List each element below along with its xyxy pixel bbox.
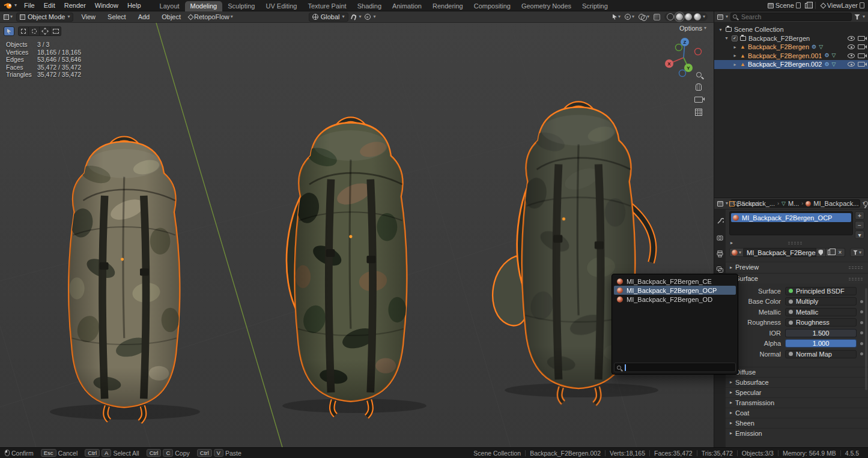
transform-orientation-dropdown[interactable]: Global ▾ xyxy=(309,13,348,22)
retopoflow-menu[interactable]: RetopoFlow ▾ xyxy=(189,13,233,20)
outliner-row-object-1[interactable]: ▸ ▲ Backpack_F2Bergen ⚙ ▽ xyxy=(714,43,868,52)
outliner-row-object-2[interactable]: ▸ ▲ Backpack_F2Bergen.001 ⚙ ▽ xyxy=(714,52,868,61)
editor-type-button[interactable]: ▾ xyxy=(4,14,13,20)
gizmos-dropdown[interactable]: ▾ xyxy=(625,14,634,20)
surface-section-header[interactable]: ▾ Surface xyxy=(726,273,868,283)
outliner-row-collection[interactable]: ▾ ✓ Backpack_F2Bergen xyxy=(714,34,868,43)
filter-icon[interactable] xyxy=(854,14,860,20)
decorate-dot[interactable] xyxy=(860,300,863,303)
remove-slot-button[interactable]: − xyxy=(855,221,864,229)
duplicate-material-button[interactable] xyxy=(826,248,836,257)
select-circle-tool-button[interactable] xyxy=(29,26,40,36)
shading-solid-button[interactable] xyxy=(676,13,683,20)
properties-tab-render[interactable] xyxy=(714,232,726,243)
alpha-slider[interactable]: 1.000 xyxy=(785,339,857,348)
material-slot-list[interactable]: MI_Backpack_F2Bergen_OCP xyxy=(729,211,853,235)
menu-help[interactable]: Help xyxy=(123,1,145,10)
menu-file[interactable]: File xyxy=(20,1,39,10)
section-emission[interactable]: ▸Emission xyxy=(726,428,868,438)
menu-select[interactable]: Select xyxy=(103,13,130,21)
section-coat[interactable]: ▸Coat xyxy=(726,408,868,418)
outliner-editor-icon[interactable] xyxy=(717,14,723,20)
shading-material-button[interactable] xyxy=(685,13,692,20)
tab-rendering[interactable]: Rendering xyxy=(427,1,469,11)
tab-uv-editing[interactable]: UV Editing xyxy=(260,1,302,11)
preview-section-header[interactable]: ▸ Preview xyxy=(726,262,868,272)
section-specular[interactable]: ▸Specular xyxy=(726,387,868,397)
tab-scripting[interactable]: Scripting xyxy=(577,1,613,11)
surface-shader-button[interactable]: Principled BSDF xyxy=(785,287,857,295)
slot-specials-button[interactable]: ▾ xyxy=(855,231,864,239)
shading-rendered-button[interactable] xyxy=(694,13,701,20)
select-extend-tool-button[interactable] xyxy=(50,26,61,36)
tab-layout[interactable]: Layout xyxy=(154,1,185,11)
expand-icon[interactable]: ▸ xyxy=(732,53,738,58)
properties-editor-icon[interactable] xyxy=(717,201,723,206)
decorate-dot[interactable] xyxy=(860,342,863,345)
decorate-dot[interactable] xyxy=(860,321,863,324)
xray-toggle-button[interactable] xyxy=(654,14,660,20)
snap-settings-dropdown[interactable]: ▾ xyxy=(359,14,362,19)
decorate-dot[interactable] xyxy=(860,310,863,313)
dropdown-item-ce[interactable]: MI_Backpack_F2Bergen_CE xyxy=(614,277,736,286)
select-box-tool-button[interactable] xyxy=(18,26,29,36)
snap-toggle-button[interactable] xyxy=(351,14,356,20)
breadcrumb-material[interactable]: MI_Backpack... xyxy=(813,200,858,207)
base-color-input-button[interactable]: Multiply xyxy=(785,297,857,306)
axis-z-negative[interactable] xyxy=(679,70,686,77)
3d-scene[interactable] xyxy=(0,23,714,447)
tab-sculpting[interactable]: Sculpting xyxy=(222,1,260,11)
proportional-falloff-dropdown[interactable]: ▾ xyxy=(374,14,376,19)
shading-settings-dropdown[interactable]: ▾ xyxy=(703,14,705,19)
axis-y-negative[interactable] xyxy=(676,44,682,51)
outliner-row-scene-collection[interactable]: ▾ Scene Collection xyxy=(714,25,868,34)
hide-eye-icon[interactable] xyxy=(848,36,855,41)
orthographic-grid-icon[interactable] xyxy=(695,109,702,116)
proportional-editing-toggle[interactable] xyxy=(365,14,371,20)
menu-window[interactable]: Window xyxy=(91,1,123,10)
disable-render-camera-icon[interactable] xyxy=(858,44,865,49)
new-viewlayer-icon[interactable] xyxy=(860,2,864,8)
normal-input-button[interactable]: Normal Map xyxy=(785,350,857,358)
mode-selector[interactable]: Object Mode ▾ xyxy=(16,13,73,22)
disable-render-camera-icon[interactable] xyxy=(858,53,865,58)
material-slot-active[interactable]: MI_Backpack_F2Bergen_OCP xyxy=(731,213,851,222)
disable-render-camera-icon[interactable] xyxy=(858,62,865,67)
collapse-icon[interactable]: ▾ xyxy=(718,27,723,32)
overlays-dropdown[interactable]: ▾ xyxy=(639,14,649,20)
breadcrumb-mesh[interactable]: M... xyxy=(788,200,799,207)
ior-slider[interactable]: 1.500 xyxy=(785,329,857,337)
shading-wireframe-button[interactable] xyxy=(667,13,674,20)
expand-icon[interactable]: ▸ xyxy=(732,44,738,50)
collapse-icon[interactable]: ▾ xyxy=(724,35,729,41)
collection-checkbox[interactable]: ✓ xyxy=(732,35,738,41)
options-button[interactable]: Options ▾ xyxy=(679,25,706,32)
tab-shading[interactable]: Shading xyxy=(352,1,387,11)
dropdown-item-od[interactable]: MI_Backpack_F2Bergen_OD xyxy=(614,295,736,304)
hide-eye-icon[interactable] xyxy=(848,53,855,58)
camera-view-icon[interactable] xyxy=(694,97,703,103)
resize-grip[interactable] xyxy=(788,241,803,244)
tab-geometry-nodes[interactable]: Geometry Nodes xyxy=(516,1,577,11)
roughness-input-button[interactable]: Roughness xyxy=(785,318,857,327)
disable-render-camera-icon[interactable] xyxy=(858,36,865,41)
hide-eye-icon[interactable] xyxy=(848,62,855,67)
viewlayer-selector[interactable]: ViewLayer xyxy=(821,2,864,9)
scene-selector[interactable]: Scene xyxy=(768,2,810,9)
zoom-icon[interactable] xyxy=(696,72,702,77)
section-subsurface[interactable]: ▸Subsurface xyxy=(726,377,868,387)
menu-view[interactable]: View xyxy=(77,13,100,21)
decorate-dot[interactable] xyxy=(860,352,863,355)
section-transmission[interactable]: ▸Transmission xyxy=(726,397,868,408)
decorate-dot[interactable] xyxy=(860,331,863,334)
properties-tab-tool[interactable] xyxy=(714,215,726,226)
expand-icon[interactable]: ▸ xyxy=(730,240,733,246)
metallic-input-button[interactable]: Metallic xyxy=(785,308,857,316)
browse-material-button[interactable]: ▾ xyxy=(729,248,744,257)
tab-compositing[interactable]: Compositing xyxy=(469,1,516,11)
material-filter-button[interactable]: ▾ xyxy=(850,248,864,257)
hide-eye-icon[interactable] xyxy=(848,44,855,49)
selectability-dropdown[interactable]: ▾ xyxy=(613,14,621,20)
tab-texture-paint[interactable]: Texture Paint xyxy=(302,1,351,11)
outliner-search[interactable] xyxy=(730,13,852,21)
